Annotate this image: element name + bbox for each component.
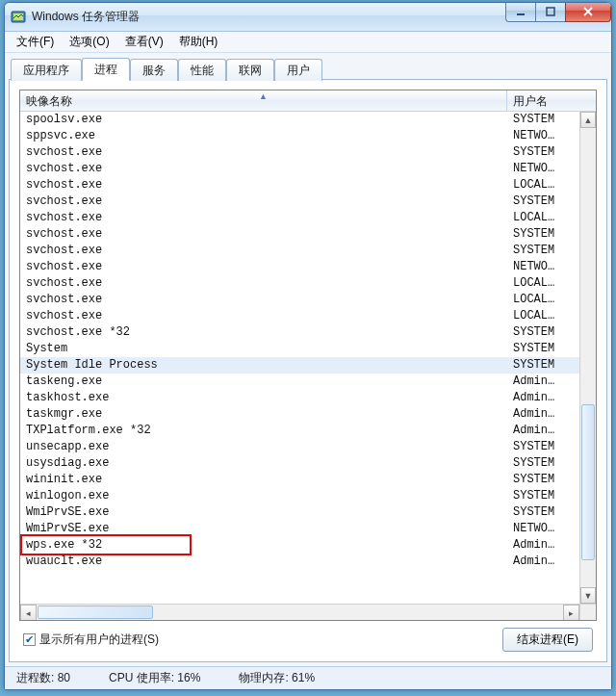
cell-user-name: SYSTEM [507, 226, 557, 243]
sort-ascending-icon: ▲ [259, 91, 268, 101]
scroll-down-button[interactable]: ▼ [580, 587, 596, 604]
menu-options[interactable]: 选项(O) [62, 32, 116, 52]
cell-image-name: svchost.exe [20, 161, 507, 177]
cell-user-name: LOCAL… [507, 177, 557, 193]
table-row[interactable]: TXPlatform.exe *32Admin… [20, 423, 596, 439]
table-row[interactable]: svchost.exeSYSTEM [20, 144, 596, 161]
table-row[interactable]: svchost.exeNETWO… [20, 259, 596, 275]
end-process-button[interactable]: 结束进程(E) [502, 628, 593, 652]
cell-image-name: WmiPrvSE.exe [20, 504, 507, 521]
cell-image-name: svchost.exe [20, 259, 507, 275]
horizontal-scrollbar[interactable]: ◂ ▸ [20, 604, 579, 620]
panel-footer: ✔ 显示所有用户的进程(S) 结束进程(E) [19, 621, 597, 652]
cell-user-name: NETWO… [507, 521, 557, 537]
table-row[interactable]: wuauclt.exeAdmin… [20, 554, 596, 570]
vertical-scroll-thumb[interactable] [581, 404, 595, 560]
cell-user-name: SYSTEM [507, 439, 557, 455]
cell-user-name: SYSTEM [507, 472, 557, 488]
table-row[interactable]: svchost.exeLOCAL… [20, 292, 596, 308]
table-row[interactable]: WmiPrvSE.exeSYSTEM [20, 504, 596, 521]
close-button[interactable] [565, 2, 611, 22]
cell-image-name: System [20, 341, 507, 357]
column-user-name[interactable]: 用户名 [507, 90, 557, 111]
table-row[interactable]: taskmgr.exeAdmin… [20, 406, 596, 423]
menu-help[interactable]: 帮助(H) [171, 32, 226, 52]
cell-image-name: usysdiag.exe [20, 455, 507, 472]
list-header: 映像名称 ▲ 用户名 [20, 90, 596, 112]
table-row[interactable]: sppsvc.exeNETWO… [20, 128, 596, 144]
cell-image-name: svchost.exe [20, 292, 507, 308]
tab-processes[interactable]: 进程 [82, 58, 130, 81]
statusbar: 进程数: 80 CPU 使用率: 16% 物理内存: 61% [5, 666, 611, 689]
status-process-count: 进程数: 80 [7, 668, 80, 688]
table-row[interactable]: svchost.exeLOCAL… [20, 308, 596, 324]
list-body[interactable]: spoolsv.exeSYSTEMsppsvc.exeNETWO…svchost… [20, 112, 596, 620]
cell-image-name: System Idle Process [20, 357, 507, 374]
table-row[interactable]: usysdiag.exeSYSTEM [20, 455, 596, 472]
menu-view[interactable]: 查看(V) [117, 32, 171, 52]
table-row[interactable]: WmiPrvSE.exeNETWO… [20, 521, 596, 537]
cell-user-name: SYSTEM [507, 324, 557, 341]
table-row[interactable]: svchost.exeNETWO… [20, 161, 596, 177]
table-row[interactable]: spoolsv.exeSYSTEM [20, 112, 596, 128]
menu-file[interactable]: 文件(F) [9, 32, 62, 52]
table-row[interactable]: svchost.exeSYSTEM [20, 193, 596, 210]
cell-image-name: wps.exe *32 [20, 537, 507, 554]
table-row[interactable]: svchost.exeSYSTEM [20, 226, 596, 243]
cell-user-name: Admin… [507, 390, 557, 406]
cell-user-name: SYSTEM [507, 357, 557, 374]
scroll-up-button[interactable]: ▲ [580, 112, 596, 128]
cell-user-name: NETWO… [507, 128, 557, 144]
menubar: 文件(F) 选项(O) 查看(V) 帮助(H) [5, 32, 611, 53]
cell-image-name: taskhost.exe [20, 390, 507, 406]
cell-user-name: NETWO… [507, 259, 557, 275]
cell-image-name: svchost.exe [20, 275, 507, 292]
titlebar[interactable]: Windows 任务管理器 [5, 3, 611, 32]
table-row[interactable]: wps.exe *32Admin… [20, 537, 596, 554]
table-row[interactable]: wininit.exeSYSTEM [20, 472, 596, 488]
cell-image-name: WmiPrvSE.exe [20, 521, 507, 537]
tab-applications[interactable]: 应用程序 [11, 59, 82, 81]
cell-image-name: unsecapp.exe [20, 439, 507, 455]
cell-user-name: SYSTEM [507, 112, 557, 128]
checkbox-icon: ✔ [23, 633, 36, 646]
minimize-button[interactable] [505, 2, 536, 22]
table-row[interactable]: System Idle ProcessSYSTEM [20, 357, 596, 374]
maximize-button[interactable] [535, 2, 566, 22]
table-row[interactable]: SystemSYSTEM [20, 341, 596, 357]
table-row[interactable]: svchost.exeLOCAL… [20, 210, 596, 226]
show-all-users-checkbox[interactable]: ✔ 显示所有用户的进程(S) [23, 632, 159, 648]
cell-image-name: svchost.exe *32 [20, 324, 507, 341]
cell-user-name: NETWO… [507, 161, 557, 177]
cell-user-name: Admin… [507, 554, 557, 570]
tab-performance[interactable]: 性能 [178, 59, 226, 81]
scroll-right-button[interactable]: ▸ [563, 605, 579, 621]
cell-user-name: LOCAL… [507, 275, 557, 292]
cell-image-name: TXPlatform.exe *32 [20, 423, 507, 439]
cell-user-name: SYSTEM [507, 341, 557, 357]
svg-rect-3 [547, 8, 554, 15]
table-row[interactable]: svchost.exe *32SYSTEM [20, 324, 596, 341]
tab-users[interactable]: 用户 [274, 59, 322, 81]
table-row[interactable]: winlogon.exeSYSTEM [20, 488, 596, 504]
cell-image-name: sppsvc.exe [20, 128, 507, 144]
cell-user-name: LOCAL… [507, 292, 557, 308]
client-area: 应用程序 进程 服务 性能 联网 用户 映像名称 ▲ 用户名 spoolsv.e… [5, 53, 611, 666]
processes-panel: 映像名称 ▲ 用户名 spoolsv.exeSYSTEMsppsvc.exeNE… [9, 79, 607, 662]
table-row[interactable]: svchost.exeLOCAL… [20, 177, 596, 193]
cell-image-name: svchost.exe [20, 308, 507, 324]
cell-user-name: LOCAL… [507, 210, 557, 226]
scroll-left-button[interactable]: ◂ [20, 605, 37, 621]
column-image-name[interactable]: 映像名称 ▲ [20, 90, 507, 111]
table-row[interactable]: svchost.exeLOCAL… [20, 275, 596, 292]
horizontal-scroll-thumb[interactable] [38, 606, 153, 619]
cell-image-name: spoolsv.exe [20, 112, 507, 128]
table-row[interactable]: taskeng.exeAdmin… [20, 374, 596, 390]
table-row[interactable]: svchost.exeSYSTEM [20, 243, 596, 259]
table-row[interactable]: unsecapp.exeSYSTEM [20, 439, 596, 455]
tab-networking[interactable]: 联网 [226, 59, 274, 81]
cell-user-name: Admin… [507, 374, 557, 390]
vertical-scrollbar[interactable]: ▲ ▼ [579, 112, 596, 604]
tab-services[interactable]: 服务 [130, 59, 178, 81]
table-row[interactable]: taskhost.exeAdmin… [20, 390, 596, 406]
